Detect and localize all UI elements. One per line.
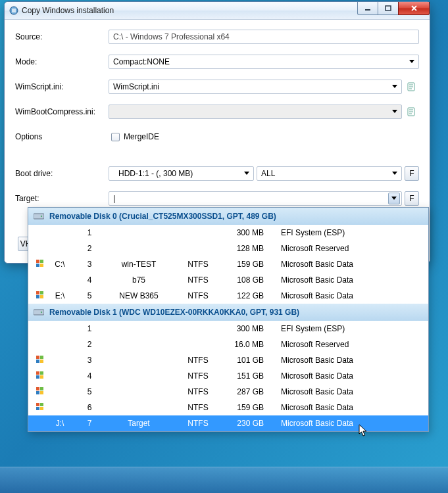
partition-type: Microsoft Basic Data <box>277 371 423 381</box>
partition-index: 1 <box>73 324 106 333</box>
partition-row[interactable]: 216.0 MBMicrosoft Reserved <box>28 337 428 352</box>
disk-header: Removable Disk 1 (WDC WD10EZEX-00RKKA0KK… <box>28 304 428 321</box>
os-icon <box>34 371 47 382</box>
partition-size: 122 GB <box>224 291 277 300</box>
svg-rect-15 <box>40 295 43 298</box>
filesystem: NTFS <box>172 371 224 381</box>
partition-index: 1 <box>73 228 106 237</box>
svg-rect-8 <box>36 260 39 263</box>
mergeide-checkbox[interactable]: MergeIDE <box>111 132 159 141</box>
titlebar[interactable]: Copy Windows installation <box>5 2 430 20</box>
filesystem: NTFS <box>172 419 224 428</box>
partition-row[interactable]: E:\5NEW B365NTFS122 GBMicrosoft Basic Da… <box>28 288 428 304</box>
target-f-button[interactable]: F <box>405 191 419 206</box>
os-icon <box>34 387 47 398</box>
svg-point-7 <box>41 216 42 217</box>
partition-label: b75 <box>106 275 172 285</box>
svg-rect-21 <box>40 360 43 363</box>
partition-size: 16.0 MB <box>224 340 277 349</box>
os-icon <box>34 259 47 270</box>
svg-rect-12 <box>36 291 39 294</box>
chevron-down-icon <box>241 168 252 179</box>
svg-rect-22 <box>36 371 39 375</box>
svg-rect-18 <box>36 356 39 359</box>
mode-combo[interactable]: Compact:NONE <box>109 55 419 69</box>
wimboot-edit-button[interactable] <box>405 105 419 119</box>
drive-letter: J:\ <box>47 419 73 428</box>
bootdrive-f-button[interactable]: F <box>405 166 419 181</box>
partition-index: 7 <box>73 419 106 428</box>
checkbox-icon <box>111 133 120 141</box>
partition-row[interactable]: C:\3win-TESTNTFS159 GBMicrosoft Basic Da… <box>28 256 428 272</box>
partition-row[interactable]: 1300 MBEFI System (ESP) <box>28 225 428 241</box>
partition-type: Microsoft Basic Data <box>277 275 423 285</box>
partition-size: 108 GB <box>224 275 277 285</box>
wimscript-edit-button[interactable] <box>405 80 419 94</box>
partition-index: 6 <box>73 403 106 412</box>
close-button[interactable] <box>398 2 430 15</box>
partition-size: 128 MB <box>224 244 277 253</box>
svg-rect-13 <box>40 291 43 294</box>
partition-row[interactable]: 4b75NTFS108 GBMicrosoft Basic Data <box>28 272 428 288</box>
options-label: Options <box>15 132 109 141</box>
partition-type: Microsoft Basic Data <box>277 356 423 365</box>
drive-letter: C:\ <box>47 260 73 269</box>
svg-rect-3 <box>386 6 391 11</box>
disk-header: Removable Disk 0 (Crucial_CT525MX300SSD1… <box>28 208 428 225</box>
chevron-down-icon <box>389 168 400 179</box>
chevron-down-icon <box>389 106 400 117</box>
taskbar[interactable] <box>0 467 448 493</box>
svg-rect-30 <box>36 403 39 406</box>
wimboot-label: WimBootCompress.ini: <box>15 107 109 116</box>
filesystem: NTFS <box>172 260 224 269</box>
bootdrive-combo[interactable]: HDD-1:1 - (, 300 MB) <box>109 166 254 181</box>
partition-index: 3 <box>73 356 106 365</box>
partition-size: 300 MB <box>224 228 277 237</box>
partition-row[interactable]: 5NTFS287 GBMicrosoft Basic Data <box>28 384 428 400</box>
partition-row[interactable]: 1300 MBEFI System (ESP) <box>28 321 428 337</box>
maximize-button[interactable] <box>378 2 399 15</box>
partition-size: 159 GB <box>224 260 277 269</box>
svg-rect-29 <box>40 391 43 394</box>
partition-row[interactable]: 6NTFS159 GBMicrosoft Basic Data <box>28 400 428 415</box>
minimize-button[interactable] <box>357 2 378 15</box>
partition-type: Microsoft Reserved <box>277 244 423 253</box>
disk-header-text: Removable Disk 1 (WDC WD10EZEX-00RKKA0KK… <box>49 308 299 317</box>
source-field[interactable]: C:\ - Windows 7 Professional x64 <box>109 30 419 44</box>
partition-row[interactable]: 4NTFS151 GBMicrosoft Basic Data <box>28 368 428 384</box>
partition-type: EFI System (ESP) <box>277 324 423 333</box>
partition-type: Microsoft Basic Data <box>277 403 423 412</box>
partition-size: 101 GB <box>224 356 277 365</box>
partition-index: 5 <box>73 291 106 300</box>
partition-row[interactable]: 2128 MBMicrosoft Reserved <box>28 241 428 256</box>
chevron-down-icon <box>407 57 417 67</box>
wimboot-combo[interactable] <box>109 105 402 119</box>
svg-rect-1 <box>12 9 16 12</box>
chevron-down-icon <box>388 193 400 204</box>
disk-header-text: Removable Disk 0 (Crucial_CT525MX300SSD1… <box>49 212 276 221</box>
svg-rect-19 <box>40 356 43 359</box>
partition-size: 159 GB <box>224 403 277 412</box>
target-combo[interactable]: | <box>109 191 402 206</box>
bootdrive-filter-combo[interactable]: ALL <box>257 166 402 181</box>
partition-index: 2 <box>73 244 106 253</box>
source-label: Source: <box>15 32 109 41</box>
partition-row[interactable]: J:\7TargetNTFS230 GBMicrosoft Basic Data <box>28 415 428 431</box>
svg-rect-26 <box>36 387 39 390</box>
bootdrive-label: Boot drive: <box>15 169 109 178</box>
partition-row[interactable]: 3NTFS101 GBMicrosoft Basic Data <box>28 352 428 368</box>
drive-letter: E:\ <box>47 291 73 300</box>
partition-index: 2 <box>73 340 106 349</box>
target-dropdown-panel[interactable]: Removable Disk 0 (Crucial_CT525MX300SSD1… <box>28 207 429 432</box>
svg-rect-10 <box>36 264 39 267</box>
wimscript-combo[interactable]: WimScript.ini <box>109 80 402 94</box>
filesystem: NTFS <box>172 356 224 365</box>
chevron-down-icon <box>389 82 400 92</box>
wimscript-label: WimScript.ini: <box>15 82 109 91</box>
partition-size: 287 GB <box>224 387 277 396</box>
svg-rect-24 <box>36 375 39 379</box>
svg-rect-2 <box>365 9 370 11</box>
os-icon <box>34 355 47 366</box>
svg-point-17 <box>41 312 42 313</box>
partition-label: NEW B365 <box>106 291 172 300</box>
